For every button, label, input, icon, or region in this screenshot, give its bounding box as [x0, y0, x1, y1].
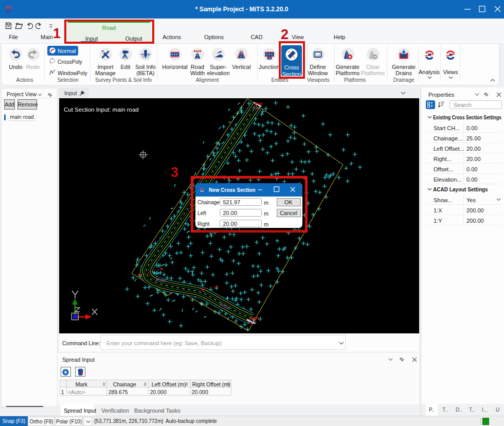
svg-text:End: End — [253, 105, 260, 110]
svg-text:Start: Start — [247, 320, 257, 325]
svg-text:Cut Section Input: main road: Cut Section Input: main road — [64, 106, 139, 113]
